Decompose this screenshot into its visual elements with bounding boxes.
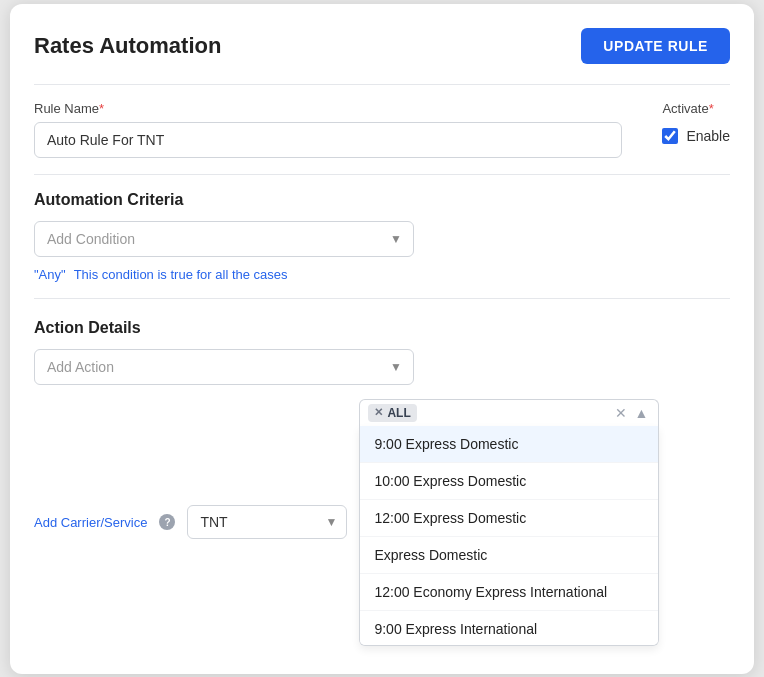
section-divider-2: [34, 298, 730, 299]
service-item-3[interactable]: Express Domestic: [360, 537, 658, 574]
multiselect-input-row: ✕ ALL ✕ ▲: [359, 399, 659, 426]
activate-group: Activate* Enable: [662, 101, 730, 144]
rule-name-input[interactable]: [34, 122, 622, 158]
rule-name-group: Rule Name*: [34, 101, 622, 158]
add-action-wrapper: Add Action ▼: [34, 349, 414, 385]
automation-criteria-title: Automation Criteria: [34, 191, 730, 209]
automation-criteria-section: Automation Criteria Add Condition ▼ "Any…: [34, 191, 730, 282]
any-description: This condition is true for all the cases: [74, 267, 288, 282]
service-search-input[interactable]: [421, 405, 609, 421]
section-divider-1: [34, 174, 730, 175]
add-carrier-label[interactable]: Add Carrier/Service: [34, 515, 147, 530]
add-condition-wrapper: Add Condition ▼: [34, 221, 414, 257]
service-item-5[interactable]: 9:00 Express International: [360, 611, 658, 646]
service-item-4[interactable]: 12:00 Economy Express International: [360, 574, 658, 611]
enable-label[interactable]: Enable: [686, 128, 730, 144]
add-condition-select[interactable]: Add Condition: [34, 221, 414, 257]
carrier-row: Add Carrier/Service ? TNTDHLFedExUPS ▼ ✕…: [34, 399, 730, 646]
any-label: "Any": [34, 267, 66, 282]
activate-label: Activate*: [662, 101, 730, 116]
tag-remove-icon[interactable]: ✕: [374, 406, 383, 419]
multiselect-clear-button[interactable]: ✕: [613, 405, 629, 421]
help-icon[interactable]: ?: [159, 514, 175, 530]
required-marker: *: [99, 101, 104, 116]
activate-required-marker: *: [709, 101, 714, 116]
rates-automation-card: Rates Automation UPDATE RULE Rule Name* …: [10, 4, 754, 674]
enable-row: Enable: [662, 128, 730, 144]
service-item-1[interactable]: 10:00 Express Domestic: [360, 463, 658, 500]
add-action-select[interactable]: Add Action: [34, 349, 414, 385]
service-multiselect: ✕ ALL ✕ ▲ 9:00 Express Domestic10:00 Exp…: [359, 399, 659, 646]
card-header: Rates Automation UPDATE RULE: [34, 28, 730, 64]
multiselect-toggle-button[interactable]: ▲: [633, 405, 651, 421]
enable-checkbox[interactable]: [662, 128, 678, 144]
update-rule-button[interactable]: UPDATE RULE: [581, 28, 730, 64]
tag-label: ALL: [387, 406, 410, 420]
any-row: "Any" This condition is true for all the…: [34, 267, 730, 282]
service-dropdown: 9:00 Express Domestic10:00 Express Domes…: [359, 426, 659, 646]
action-details-title: Action Details: [34, 319, 730, 337]
action-details-section: Action Details Add Action ▼ Add Carrier/…: [34, 319, 730, 646]
all-tag: ✕ ALL: [368, 404, 416, 422]
multiselect-controls: ✕ ▲: [613, 405, 651, 421]
rule-name-label: Rule Name*: [34, 101, 622, 116]
carrier-select[interactable]: TNTDHLFedExUPS: [187, 505, 347, 539]
service-item-2[interactable]: 12:00 Express Domestic: [360, 500, 658, 537]
rule-activate-row: Rule Name* Activate* Enable: [34, 101, 730, 158]
service-item-0[interactable]: 9:00 Express Domestic: [360, 426, 658, 463]
header-divider: [34, 84, 730, 85]
carrier-select-wrapper: TNTDHLFedExUPS ▼: [187, 505, 347, 539]
page-title: Rates Automation: [34, 33, 221, 59]
